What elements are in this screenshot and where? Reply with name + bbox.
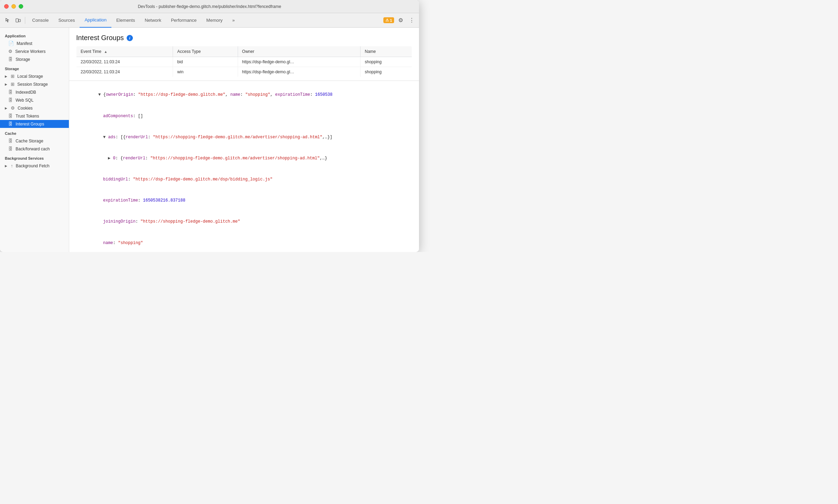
cell-name-2: shopping (361, 67, 412, 77)
sidebar-item-storage[interactable]: 🗄 Storage (0, 55, 69, 63)
trust-tokens-icon: 🗄 (8, 113, 13, 119)
tab-sources[interactable]: Sources (54, 13, 80, 28)
cookies-icon: ⚙ (11, 105, 15, 111)
window-title: DevTools - publisher-fledge-demo.glitch.… (138, 4, 281, 9)
svg-rect-0 (16, 19, 18, 22)
trust-tokens-label: Trust Tokens (16, 114, 39, 119)
toolbar-right: ⚠ 1 ⚙ ⋮ (383, 16, 416, 25)
sidebar-item-cookies[interactable]: ▶ ⚙ Cookies (0, 104, 69, 112)
cell-event-time-1: 22/03/2022, 11:03:24 (76, 57, 173, 67)
cache-storage-label: Cache Storage (16, 139, 43, 143)
col-owner[interactable]: Owner (238, 46, 361, 57)
sidebar-item-manifest[interactable]: 📄 Manifest (0, 39, 69, 47)
minimize-button[interactable] (11, 4, 16, 9)
sidebar: Application 📄 Manifest ⚙ Service Workers… (0, 28, 69, 252)
background-fetch-arrow-icon: ▶ (5, 164, 7, 168)
col-name[interactable]: Name (361, 46, 412, 57)
toolbar: Console Sources Application Elements Net… (0, 13, 419, 28)
sort-arrow-icon: ▲ (104, 50, 107, 54)
detail-line-6: expirationTime: 1650538216.837188 (78, 190, 415, 211)
close-button[interactable] (4, 4, 9, 9)
local-storage-arrow-icon: ▶ (5, 75, 7, 78)
devtools-window: DevTools - publisher-fledge-demo.glitch.… (0, 0, 419, 252)
toolbar-divider (25, 17, 25, 24)
interest-groups-label: Interest Groups (16, 122, 44, 127)
interest-groups-table: Event Time ▲ Access Type Owner Name (76, 46, 412, 77)
tab-console[interactable]: Console (27, 13, 54, 28)
detail-line-3: ▼ ads: [{renderUrl: "https://shopping-fl… (78, 127, 415, 148)
back-forward-label: Back/forward cach (16, 147, 50, 151)
device-toolbar-button[interactable] (13, 16, 23, 25)
cache-storage-icon: 🗄 (8, 138, 13, 143)
detail-line-4: ▶ 0: {renderUrl: "https://shopping-fledg… (83, 148, 415, 169)
detail-line-5: biddingUrl: "https://dsp-fledge-demo.gli… (78, 169, 415, 190)
storage-label: Storage (16, 57, 30, 62)
table-row[interactable]: 22/03/2022, 11:03:24 win https://dsp-fle… (76, 67, 412, 77)
warning-badge[interactable]: ⚠ 1 (383, 17, 394, 23)
table-row[interactable]: 22/03/2022, 11:03:24 bid https://dsp-fle… (76, 57, 412, 67)
sidebar-item-background-fetch[interactable]: ▶ ↑ Background Fetch (0, 162, 69, 170)
cell-event-time-2: 22/03/2022, 11:03:24 (76, 67, 173, 77)
service-workers-label: Service Workers (15, 49, 46, 54)
app-section-header: Application (0, 30, 69, 39)
detail-line-2: adComponents: [] (78, 105, 415, 127)
tab-performance[interactable]: Performance (166, 13, 201, 28)
tab-elements[interactable]: Elements (111, 13, 140, 28)
detail-line-1: ▼ {ownerOrigin: "https://dsp-fledge-demo… (73, 84, 415, 105)
sidebar-item-cache-storage[interactable]: 🗄 Cache Storage (0, 137, 69, 145)
cache-section-header: Cache (0, 128, 69, 137)
sidebar-item-interest-groups[interactable]: 🗄 Interest Groups (0, 120, 69, 128)
cookies-arrow-icon: ▶ (5, 106, 7, 110)
main-layout: Application 📄 Manifest ⚙ Service Workers… (0, 28, 419, 252)
info-icon[interactable]: i (127, 35, 133, 41)
storage-section-header: Storage (0, 63, 69, 72)
cell-owner-1: https://dsp-fledge-demo.gl… (238, 57, 361, 67)
inspect-tool-button[interactable] (3, 16, 12, 25)
storage-icon: 🗄 (8, 57, 13, 62)
sidebar-item-trust-tokens[interactable]: 🗄 Trust Tokens (0, 112, 69, 120)
maximize-button[interactable] (19, 4, 23, 9)
sidebar-item-indexeddb[interactable]: 🗄 IndexedDB (0, 88, 69, 96)
cell-name-1: shopping (361, 57, 412, 67)
sidebar-item-web-sql[interactable]: 🗄 Web SQL (0, 96, 69, 104)
back-forward-icon: 🗄 (8, 146, 13, 151)
background-fetch-icon: ↑ (11, 163, 13, 168)
tab-network[interactable]: Network (140, 13, 166, 28)
titlebar: DevTools - publisher-fledge-demo.glitch.… (0, 0, 419, 13)
web-sql-icon: 🗄 (8, 97, 13, 103)
col-event-time[interactable]: Event Time ▲ (76, 46, 173, 57)
col-access-type[interactable]: Access Type (173, 46, 238, 57)
tab-application[interactable]: Application (80, 13, 111, 28)
indexeddb-label: IndexedDB (16, 90, 36, 95)
warning-icon: ⚠ (385, 18, 389, 22)
manifest-icon: 📄 (8, 41, 14, 46)
background-fetch-label: Background Fetch (16, 164, 49, 168)
more-options-button[interactable]: ⋮ (407, 16, 416, 25)
manifest-label: Manifest (17, 41, 32, 46)
service-workers-icon: ⚙ (8, 49, 12, 54)
session-storage-icon: ⊞ (11, 82, 15, 87)
sidebar-item-session-storage[interactable]: ▶ ⊞ Session Storage (0, 80, 69, 88)
sidebar-item-service-workers[interactable]: ⚙ Service Workers (0, 47, 69, 55)
content-panel: Interest Groups i Event Time ▲ Access Ty… (69, 28, 419, 252)
traffic-lights (4, 4, 23, 9)
indexeddb-icon: 🗄 (8, 90, 13, 95)
settings-button[interactable]: ⚙ (396, 16, 405, 25)
detail-line-8: name: "shopping" (78, 232, 415, 252)
tab-memory[interactable]: Memory (201, 13, 227, 28)
sidebar-item-back-forward[interactable]: 🗄 Back/forward cach (0, 145, 69, 153)
cell-owner-2: https://dsp-fledge-demo.gl… (238, 67, 361, 77)
cell-access-type-2: win (173, 67, 238, 77)
cell-access-type-1: bid (173, 57, 238, 67)
interest-groups-header: Interest Groups i (69, 28, 419, 46)
local-storage-icon: ⊞ (11, 74, 15, 79)
interest-groups-icon: 🗄 (8, 121, 13, 127)
sidebar-item-local-storage[interactable]: ▶ ⊞ Local Storage (0, 72, 69, 80)
toolbar-tabs: Console Sources Application Elements Net… (27, 13, 383, 28)
tab-more[interactable]: » (227, 13, 239, 28)
detail-panel[interactable]: ▼ {ownerOrigin: "https://dsp-fledge-demo… (69, 81, 419, 252)
warning-count: 1 (390, 18, 392, 22)
web-sql-label: Web SQL (16, 98, 34, 103)
interest-groups-title: Interest Groups (76, 34, 124, 42)
bg-section-header: Background Services (0, 153, 69, 162)
